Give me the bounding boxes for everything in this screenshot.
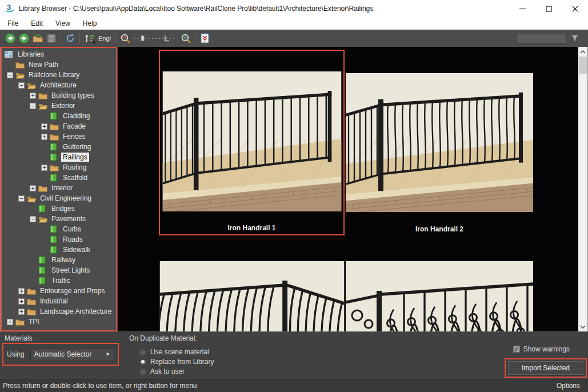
tree-item-civil-engineering[interactable]: −Civil Engineering [2, 193, 116, 203]
toolbar: Engl [0, 30, 588, 47]
folder-open-icon [27, 194, 36, 203]
tree-item-landscape-architecture[interactable]: +Landscape Architecture [2, 306, 116, 317]
tree-item-building-types[interactable]: +Building types [2, 90, 116, 101]
folder-icon [15, 61, 25, 69]
forward-button[interactable] [17, 31, 31, 45]
tree-expander-icon[interactable]: + [7, 319, 13, 325]
tree-item-libraries[interactable]: Libraries [2, 49, 116, 59]
language-label[interactable]: Engl [96, 35, 113, 42]
tree-expander-icon[interactable]: − [18, 195, 25, 202]
refresh-button[interactable] [63, 31, 77, 45]
back-button[interactable] [3, 31, 17, 45]
tree-item-new-path[interactable]: New Path [2, 59, 116, 70]
tree-item-railings[interactable]: Railings [2, 152, 116, 162]
menu-file[interactable]: File [1, 18, 25, 29]
tree-item-label: Bridges [50, 204, 77, 213]
materials-using-group: Using Automatic Selector ▼ [2, 343, 119, 366]
scrollbar-thumb[interactable] [579, 57, 587, 74]
zoom-out-button[interactable] [118, 31, 132, 45]
tree-item-scaffold[interactable]: Scaffold [2, 173, 116, 183]
tree-item-roads[interactable]: Roads [2, 234, 116, 245]
tree-expander-icon[interactable]: + [41, 123, 47, 130]
materials-toggle-button[interactable] [198, 31, 211, 45]
close-button[interactable] [562, 0, 588, 17]
tree-expander-icon[interactable]: + [18, 309, 25, 315]
window-title: Library Browser - C:\Users\paul\AppData\… [19, 5, 373, 13]
show-warnings-label: Show warnings [523, 345, 570, 353]
vertical-scrollbar[interactable] [578, 47, 587, 331]
radio-button-icon[interactable] [139, 358, 146, 365]
chevron-down-icon: ▼ [105, 351, 110, 357]
tree-item-industrial[interactable]: +Industrial [2, 296, 116, 306]
radio-use-scene-material[interactable]: Use scene material [139, 347, 214, 357]
material-selector-dropdown[interactable]: Automatic Selector ▼ [30, 348, 114, 361]
import-selected-button[interactable]: Import Selected [508, 361, 583, 375]
tree-expander-icon[interactable]: − [18, 82, 25, 89]
tree-item-cladding[interactable]: Cladding [2, 111, 116, 121]
radio-button-icon[interactable] [139, 368, 146, 375]
menu-view[interactable]: View [49, 18, 77, 29]
folder-icon [50, 122, 59, 131]
tree-item-railclone-library[interactable]: −Railclone Library [2, 70, 116, 80]
radio-ask-to-user[interactable]: Ask to user [139, 366, 214, 376]
thumbnail-iron-handrail-2[interactable]: Iron Handrail 2 [345, 50, 534, 235]
scroll-down-button[interactable] [578, 322, 587, 331]
tree-item-roofing[interactable]: +Roofing [2, 162, 116, 173]
thumbnail-item-4[interactable] [345, 237, 534, 331]
tree-item-street-lights[interactable]: Street Lights [2, 265, 116, 275]
tree-item-entourage-and-props[interactable]: +Entourage and Props [2, 286, 116, 296]
menu-edit[interactable]: Edit [25, 18, 49, 29]
tree-expander-icon[interactable]: + [18, 298, 25, 305]
filter-funnel-icon[interactable] [569, 32, 581, 45]
search-input[interactable] [516, 34, 566, 43]
library-book-icon [50, 246, 59, 254]
zoom-in-button[interactable] [179, 31, 193, 45]
tree-item-tpi[interactable]: +TPI [2, 317, 116, 327]
minimize-button[interactable] [509, 0, 535, 17]
show-warnings-row[interactable]: ✓ Show warnings [513, 345, 570, 353]
tree-item-label: Landscape Architecture [38, 307, 113, 316]
show-warnings-checkbox[interactable]: ✓ [513, 346, 520, 353]
radio-button-icon[interactable] [139, 349, 146, 355]
maximize-button[interactable] [535, 0, 562, 17]
tree-item-railway[interactable]: Railway [2, 255, 116, 265]
tree-expander-icon[interactable]: + [30, 185, 36, 191]
thumbnail-size-slider[interactable] [132, 33, 179, 44]
tree-item-traffic[interactable]: Traffic [2, 275, 116, 286]
tree-item-curbs[interactable]: Curbs [2, 224, 116, 234]
tree-item-facade[interactable]: +Facade [2, 121, 116, 131]
tree-item-sidewalk[interactable]: Sidewalk [2, 245, 116, 255]
tree-item-fences[interactable]: +Fences [2, 131, 116, 142]
tree-item-architecture[interactable]: −Architecture [2, 80, 116, 90]
folder-open-icon [38, 102, 47, 110]
tree-expander-icon[interactable]: − [30, 216, 36, 222]
materials-section-title: Materials [5, 334, 33, 342]
svg-text:3: 3 [7, 3, 11, 11]
tree-expander-icon[interactable]: − [30, 103, 36, 109]
thumbnail-image [162, 71, 341, 211]
options-link[interactable]: Options [557, 382, 580, 390]
radio-replace-from-library[interactable]: Replace from Library [139, 357, 214, 366]
tree-item-exterior[interactable]: −Exterior [2, 101, 116, 111]
open-library-button[interactable] [31, 31, 45, 45]
menu-help[interactable]: Help [77, 18, 103, 29]
tree-item-label: Curbs [61, 225, 83, 234]
save-button[interactable] [45, 31, 58, 45]
duplicate-options: Use scene materialReplace from LibraryAs… [139, 347, 214, 376]
tree-expander-icon[interactable]: + [30, 93, 36, 99]
tree-expander-icon[interactable]: + [41, 165, 47, 171]
tree-item-pavements[interactable]: −Pavements [2, 214, 116, 224]
tree-item-bridges[interactable]: Bridges [2, 203, 116, 214]
thumbnail-item-3[interactable] [159, 237, 345, 331]
sort-button[interactable] [82, 31, 96, 45]
thumbnail-iron-handrail-1[interactable]: Iron Handrail 1 [159, 50, 345, 235]
tree-item-label: Building types [50, 91, 96, 100]
tree-expander-icon[interactable]: + [41, 134, 47, 140]
tree-expander-icon[interactable]: − [7, 72, 13, 78]
tree-item-interior[interactable]: +Interior [2, 183, 116, 193]
scroll-up-button[interactable] [578, 47, 587, 57]
tree-item-guttering[interactable]: Guttering [2, 142, 116, 152]
folder-icon [38, 91, 47, 100]
tree-expander-icon[interactable]: + [18, 288, 25, 294]
title-bar: 3 Library Browser - C:\Users\paul\AppDat… [0, 0, 588, 17]
